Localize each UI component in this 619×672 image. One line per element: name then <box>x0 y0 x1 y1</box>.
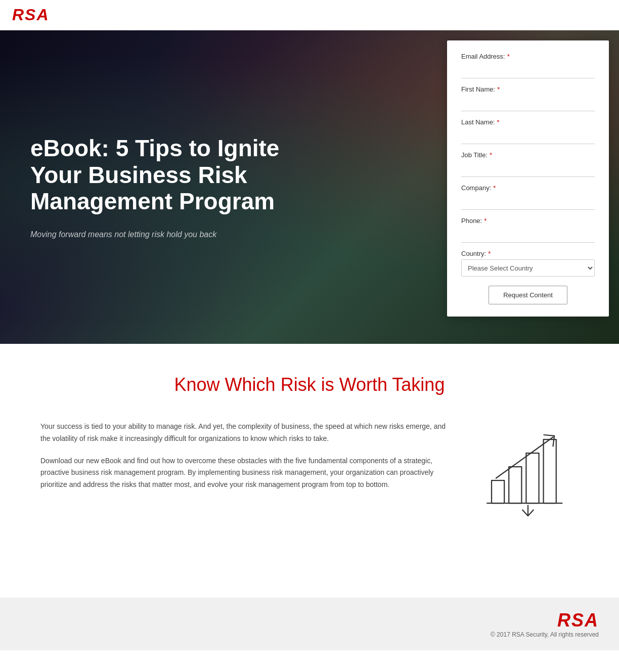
svg-rect-1 <box>509 467 521 503</box>
email-field-group: Email Address:* <box>461 53 595 78</box>
email-input[interactable] <box>461 62 595 78</box>
email-required: * <box>507 53 510 60</box>
content-body: Your success is tied to your ability to … <box>40 421 579 517</box>
country-field-group: Country:* Please Select Country United S… <box>461 250 595 277</box>
phone-field-group: Phone:* <box>461 217 595 243</box>
svg-rect-0 <box>492 480 504 503</box>
content-paragraph-1: Your success is tied to your ability to … <box>40 421 447 445</box>
footer: RSA © 2017 RSA Security, All rights rese… <box>0 598 619 650</box>
footer-right: RSA © 2017 RSA Security, All rights rese… <box>491 610 599 638</box>
spacer <box>0 557 619 598</box>
country-select[interactable]: Please Select Country United States Unit… <box>461 259 595 277</box>
first-name-input[interactable] <box>461 95 595 111</box>
company-input[interactable] <box>461 194 595 210</box>
svg-rect-3 <box>544 439 556 503</box>
last-name-label: Last Name:* <box>461 118 595 126</box>
job-title-required: * <box>490 151 492 159</box>
hero-title: eBook: 5 Tips to Ignite Your Business Ri… <box>30 135 293 215</box>
svg-rect-2 <box>526 453 539 503</box>
last-name-required: * <box>497 118 499 126</box>
registration-form: Email Address:* First Name:* Last Name:*… <box>447 40 609 317</box>
footer-rsa-logo: RSA <box>557 610 599 631</box>
content-icon <box>477 421 579 517</box>
job-title-input[interactable] <box>461 161 595 177</box>
job-title-label: Job Title:* <box>461 151 595 159</box>
first-name-field-group: First Name:* <box>461 85 595 111</box>
content-text: Your success is tied to your ability to … <box>40 421 447 501</box>
first-name-required: * <box>497 85 500 93</box>
hero-content: eBook: 5 Tips to Ignite Your Business Ri… <box>0 30 324 344</box>
content-section: Know Which Risk is Worth Taking Your suc… <box>0 344 619 557</box>
company-field-group: Company:* <box>461 184 595 210</box>
last-name-field-group: Last Name:* <box>461 118 595 144</box>
header: RSA <box>0 0 619 30</box>
section-title: Know Which Risk is Worth Taking <box>40 374 579 395</box>
rsa-logo: RSA <box>12 6 50 24</box>
svg-line-4 <box>496 437 553 478</box>
hero-subtitle: Moving forward means not letting risk ho… <box>30 230 293 239</box>
company-required: * <box>493 184 496 192</box>
hero-section: eBook: 5 Tips to Ignite Your Business Ri… <box>0 30 619 344</box>
country-label: Country:* <box>461 250 595 257</box>
job-title-field-group: Job Title:* <box>461 151 595 177</box>
footer-copyright: © 2017 RSA Security, All rights reserved <box>491 631 599 638</box>
phone-required: * <box>484 217 487 225</box>
country-required: * <box>488 250 491 257</box>
phone-label: Phone:* <box>461 217 595 225</box>
request-content-button[interactable]: Request Content <box>489 286 567 304</box>
risk-chart-icon <box>482 426 573 517</box>
last-name-input[interactable] <box>461 128 595 144</box>
phone-input[interactable] <box>461 227 595 243</box>
content-paragraph-2: Download our new eBook and find out how … <box>40 455 447 491</box>
first-name-label: First Name:* <box>461 85 595 93</box>
company-label: Company:* <box>461 184 595 192</box>
email-label: Email Address:* <box>461 53 595 60</box>
